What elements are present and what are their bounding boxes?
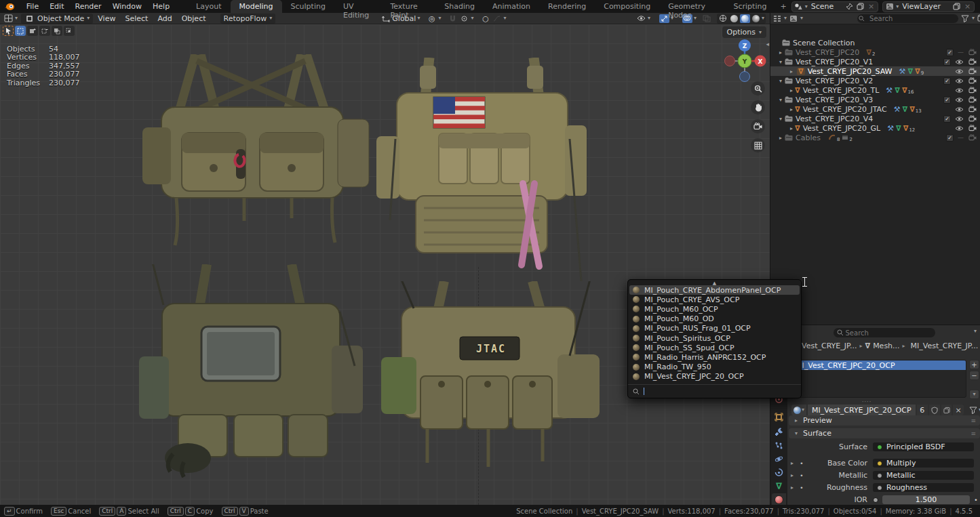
base-color-input-button[interactable]: Multiply [873, 459, 974, 468]
breadcrumb-material[interactable]: MI_Vest_CRYE_JP... [911, 342, 979, 350]
expand-icon[interactable]: ▸ [777, 49, 784, 56]
camera-visibility-icon[interactable] [968, 124, 977, 133]
hide-eye-closed-icon[interactable]: — [958, 134, 964, 141]
row-label[interactable]: Vest_CRYE_JPC20_V3 [796, 96, 873, 104]
viewlayer-name[interactable]: ViewLayer [901, 2, 950, 11]
proportional-editing[interactable]: ○ ▾ [477, 14, 509, 23]
vest-chest-rig[interactable] [136, 54, 370, 251]
modifier-wrench-icon[interactable]: ⚒ [899, 68, 906, 75]
eye-icon[interactable] [955, 124, 964, 133]
toggle-grid-button[interactable] [751, 138, 765, 152]
tab-particles-icon[interactable] [772, 439, 786, 452]
expand-icon[interactable]: ▸ [788, 87, 795, 94]
menu-help[interactable]: Help [147, 1, 175, 12]
menu-select[interactable]: Select [120, 14, 153, 24]
row-label[interactable]: Vest_CRYE_JPC20_GL [803, 124, 880, 133]
tab-animation[interactable]: Animation [484, 0, 539, 13]
popup-item[interactable]: MI_Pouch_CRYE_AbdomenPanel_OCP [629, 285, 800, 295]
copy-material-icon[interactable] [941, 405, 952, 415]
tab-object-data-icon[interactable]: ∇ [772, 480, 786, 493]
new-collection-icon[interactable] [977, 14, 980, 23]
row-label[interactable]: Vest_CRYE_JPC20_TL [803, 86, 880, 95]
pin-icon[interactable] [845, 2, 854, 11]
filter-icon[interactable] [961, 14, 969, 23]
tab-physics-icon[interactable] [772, 453, 786, 466]
blender-logo-icon[interactable] [4, 1, 18, 12]
popup-search-input[interactable] [648, 386, 796, 396]
camera-view-button[interactable] [751, 119, 765, 133]
expand-icon[interactable]: ▾ [777, 97, 784, 103]
editor-type-icon[interactable] [3, 14, 14, 23]
collection-checkbox[interactable]: ✓ [943, 96, 951, 104]
select-mode-intersect-icon[interactable] [64, 26, 75, 36]
camera-visibility-icon[interactable] [968, 133, 977, 142]
pivot-point[interactable]: ◎ ▾ [423, 14, 444, 23]
popup-item[interactable]: MI_Pouch_SS_Spud_OCP [628, 343, 801, 352]
material-slot-list[interactable]: MI_Vest_CRYE_JPC_20_OCP [791, 360, 966, 398]
ior-slider[interactable]: 1.500 [882, 495, 970, 504]
solid-shading-icon[interactable] [729, 14, 739, 23]
row-label[interactable]: Cables [796, 133, 821, 142]
camera-visibility-icon[interactable] [968, 105, 977, 114]
modifier-wrench-icon[interactable]: ⚒ [887, 125, 894, 132]
zoom-button[interactable] [751, 81, 765, 96]
expand-icon[interactable]: ▸ [777, 135, 784, 141]
row-label[interactable]: Scene Collection [793, 39, 855, 47]
material-slot-selected[interactable]: MI_Vest_CRYE_JPC_20_OCP [792, 360, 966, 370]
section-grip-icon[interactable]: ≡ [971, 430, 976, 437]
expand-icon[interactable]: ▾ [777, 116, 784, 122]
tab-texture-paint[interactable]: Texture Paint [381, 0, 435, 13]
tab-geometry-nodes[interactable]: Geometry Nodes [659, 0, 724, 13]
camera-visibility-icon[interactable] [968, 58, 977, 66]
collection-checkbox[interactable]: ✓ [943, 58, 951, 66]
animate-dot-icon[interactable]: • [797, 472, 806, 479]
new-scene-icon[interactable] [856, 2, 865, 11]
outliner-row-vest-v4[interactable]: ▾ Vest_CRYE_JPC20_V4 ✓ [770, 114, 980, 123]
outliner-row-scene-collection[interactable]: Scene Collection [770, 38, 980, 47]
popup-item[interactable]: MI_Vest_CRYE_JPC_20_OCP [628, 372, 801, 381]
popup-item[interactable]: MI_Pouch_RUS_Frag_01_OCP [628, 324, 801, 333]
outliner-display-mode-icon[interactable] [789, 14, 798, 23]
expand-icon[interactable]: ▸ [787, 472, 797, 478]
magnet-icon[interactable] [448, 14, 458, 23]
outliner-search-input[interactable] [857, 14, 958, 23]
material-preview-shading-icon[interactable] [740, 14, 750, 23]
browse-material-button[interactable]: ▾ [791, 405, 806, 415]
outliner-row-vest-v2[interactable]: ▾ Vest_CRYE_JPC20_V2 ✓ [770, 76, 980, 85]
camera-visibility-icon[interactable] [968, 77, 977, 85]
popup-item[interactable]: MI_Pouch_CRYE_AVS_OCP [628, 295, 801, 304]
row-label[interactable]: Vest_CRYE_JPC20 [796, 48, 859, 57]
tab-shading[interactable]: Shading [435, 0, 484, 13]
outliner-row-cables[interactable]: ▸ Cables 8 2 ✓ — [770, 133, 980, 142]
keyframe-dot-icon[interactable]: • [973, 497, 979, 503]
mode-selector[interactable]: Object Mode ▾ [21, 14, 93, 24]
material-users-count[interactable]: 6 [917, 405, 928, 415]
surface-section-header[interactable]: ▾ Surface ≡ [789, 428, 980, 438]
remove-viewlayer-icon[interactable]: × [963, 2, 972, 11]
camera-visibility-icon[interactable] [968, 115, 977, 123]
collection-checkbox[interactable]: ✓ [946, 49, 954, 56]
row-label[interactable]: Vest_CRYE_JPC20_V4 [796, 115, 873, 123]
add-slot-button[interactable]: + [969, 360, 979, 369]
tab-scripting[interactable]: Scripting [725, 0, 776, 13]
animate-dot-icon[interactable]: • [797, 460, 806, 467]
popup-item[interactable]: MI_Pouch_Spiritus_OCP [628, 333, 801, 343]
eye-icon[interactable] [955, 67, 964, 76]
eye-icon[interactable] [955, 96, 964, 104]
camera-visibility-icon[interactable] [968, 96, 977, 104]
vest-jtac[interactable] [373, 281, 604, 478]
snapping[interactable]: ▾ [444, 14, 477, 23]
outliner-row-vest-v1[interactable]: ▾ Vest_CRYE_JPC20_V1 ✓ [770, 57, 980, 66]
camera-visibility-icon[interactable] [968, 48, 977, 57]
vest-plate-carrier-flag[interactable] [376, 58, 587, 281]
hide-eye-closed-icon[interactable]: — [958, 49, 964, 56]
scene-name[interactable]: Scene [810, 2, 844, 11]
row-label[interactable]: Vest_CRYE_JPC20_JTAC [803, 105, 887, 114]
view-navigation-gizmo[interactable]: Z X Y [721, 38, 768, 85]
select-mode-subtract-icon[interactable] [39, 26, 50, 36]
row-label[interactable]: Vest_CRYE_JPC20_V2 [796, 77, 873, 85]
options-button[interactable]: Options ▾ [722, 26, 766, 38]
active-tool-icon[interactable] [3, 26, 14, 36]
expand-icon[interactable]: ▸ [788, 106, 795, 112]
eye-icon[interactable] [955, 105, 964, 114]
